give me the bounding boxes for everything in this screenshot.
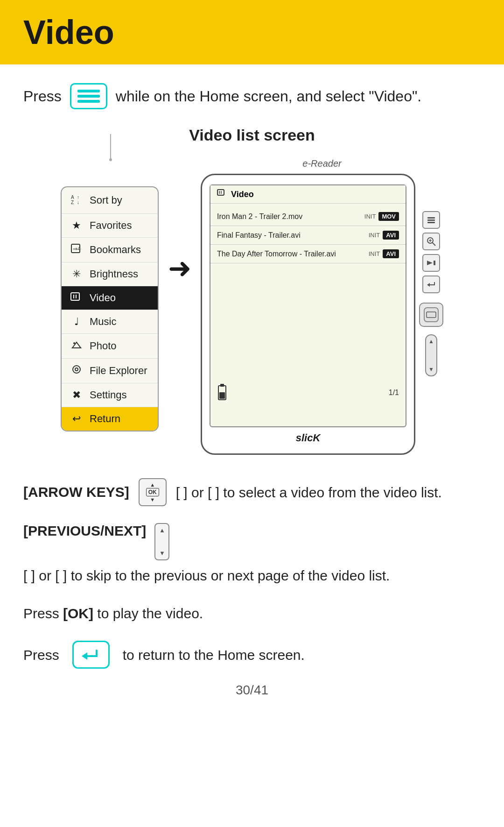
press-instruction: Press while on the Home screen, and sele…: [23, 83, 481, 109]
return-prefix: Press: [23, 644, 59, 665]
arrow-keys-text: [ ] or [ ] to select a video from the vi…: [176, 482, 442, 503]
svg-line-28: [432, 242, 435, 246]
menu-button-icon: [70, 83, 107, 109]
svg-text:↓: ↓: [77, 200, 79, 205]
return-line: Press to return to the Home screen.: [23, 641, 481, 669]
svg-text:↑: ↑: [77, 195, 79, 200]
arrow-keys-instruction: [ARROW KEYS] ▲ OK ▼ [ ] or [ ] to select…: [23, 478, 481, 506]
prev-next-instruction: [PREVIOUS/NEXT] ▲ ▼ [ ] or [ ] to skip t…: [23, 523, 481, 586]
menu-item-return: ↩ Return: [62, 407, 158, 431]
video-item-1-left: Iron Man 2 - Trailer 2.mov: [217, 212, 364, 221]
ereader-device: Video Iron Man 2 - Trailer 2.mov INIT MO: [201, 174, 415, 455]
arrow-keys-label: [ARROW KEYS]: [23, 484, 129, 500]
brightness-icon: ✳: [70, 268, 83, 280]
menu-label-bookmarks: Bookmarks: [90, 244, 141, 256]
svg-marker-36: [82, 652, 87, 660]
battery-icon: [217, 383, 227, 403]
screen-footer: 1/1: [210, 383, 406, 403]
svg-rect-24: [427, 217, 435, 219]
press-suffix: while on the Home screen, and select "Vi…: [116, 88, 421, 105]
section-label: Video list screen: [23, 126, 481, 144]
menu-item-favorites: ★ Favorites: [62, 214, 158, 238]
fileexplorer-icon: [70, 364, 83, 377]
video-item-3-right: INIT AVI: [369, 249, 399, 258]
svg-rect-0: [77, 90, 100, 92]
svg-text:⇒4: ⇒4: [73, 246, 81, 252]
svg-marker-31: [427, 261, 433, 265]
settings-icon: ✖: [70, 389, 83, 401]
return-suffix: to return to the Home screen.: [123, 644, 305, 665]
svg-rect-11: [71, 293, 79, 300]
ereader-device-wrapper: e-Reader Vid: [201, 158, 443, 455]
video-list-item: The Day After Tomorrow - Trailer.avi INI…: [210, 245, 406, 263]
side-btn-menu: [422, 211, 440, 229]
menu-item-bookmarks: ⇒4 Bookmarks: [62, 238, 158, 262]
ok-arrow-up: ▲: [150, 482, 155, 488]
music-icon: ♩: [70, 316, 83, 328]
svg-rect-23: [219, 392, 225, 399]
page-indicator: 1/1: [389, 389, 399, 397]
instructions-section: [ARROW KEYS] ▲ OK ▼ [ ] or [ ] to select…: [23, 478, 481, 624]
video-item-2-init: INIT: [369, 232, 380, 239]
menu-item-photo: Photo: [62, 334, 158, 359]
page-number: 30/41: [23, 683, 481, 698]
return-icon: ↩: [70, 413, 83, 425]
device-diagram: A Z ↑ ↓ Sort by ★ Favorites: [23, 158, 481, 455]
svg-rect-22: [220, 384, 224, 387]
menu-item-brightness: ✳ Brightness: [62, 262, 158, 286]
ok-instruction: Press [OK] to play the video.: [23, 603, 481, 624]
menu-item-settings: ✖ Settings: [62, 383, 158, 407]
ereader-label: e-Reader: [201, 158, 443, 169]
scroll-down-arrow: ▼: [428, 366, 434, 373]
side-btn-large-ok: [419, 303, 443, 327]
menu-label-favorites: Favorites: [90, 219, 132, 232]
svg-point-17: [75, 368, 78, 371]
prev-next-label: [PREVIOUS/NEXT]: [23, 523, 146, 539]
menu-label-brightness: Brightness: [90, 268, 138, 280]
svg-rect-2: [77, 100, 100, 103]
brand-name: slicK: [210, 427, 406, 446]
photo-icon: [70, 339, 83, 353]
video-item-2-left: Final Fantasy - Trailer.avi: [217, 231, 369, 240]
main-content: Press while on the Home screen, and sele…: [0, 64, 504, 716]
screen-header: Video: [210, 185, 406, 204]
menu-label-video: Video: [90, 292, 116, 304]
ereader-side-buttons: ▲ ▼: [419, 174, 443, 455]
ok-label: OK: [146, 488, 159, 496]
svg-point-16: [73, 366, 80, 373]
video-item-3-format: AVI: [383, 249, 399, 258]
video-list-item: Final Fantasy - Trailer.avi INIT AVI: [210, 226, 406, 245]
menu-label-fileexplorer: File Explorer: [90, 365, 147, 377]
video-list-item: Iron Man 2 - Trailer 2.mov INIT MOV: [210, 207, 406, 226]
svg-rect-26: [427, 222, 435, 223]
ok-key-icon: ▲ OK ▼: [139, 478, 167, 506]
video-item-3-title: The Day After Tomorrow - Trailer.avi: [217, 250, 336, 258]
video-item-3-left: The Day After Tomorrow - Trailer.avi: [217, 250, 369, 258]
screen-spacer: 1/1: [210, 267, 406, 407]
arrow-indicator: ➜: [159, 252, 201, 284]
svg-marker-33: [427, 283, 430, 287]
side-btn-zoom: [422, 233, 440, 250]
page-header: Video: [0, 0, 504, 64]
video-item-1-right: INIT MOV: [364, 212, 399, 221]
svg-rect-18: [217, 190, 224, 195]
bookmarks-icon: ⇒4: [70, 243, 83, 256]
video-item-3-init: INIT: [369, 250, 380, 257]
menu-label-sortby: Sort by: [90, 194, 122, 206]
video-item-2-title: Final Fantasy - Trailer.avi: [217, 231, 301, 240]
favorites-icon: ★: [70, 219, 83, 232]
menu-label-photo: Photo: [90, 340, 117, 352]
scroll-up-arrow: ▲: [428, 338, 434, 345]
side-btn-return: [422, 276, 440, 293]
svg-rect-32: [434, 261, 435, 265]
page-title: Video: [23, 14, 114, 51]
video-item-1-format: MOV: [378, 212, 399, 221]
side-scroll-bar: ▲ ▼: [425, 334, 437, 376]
menu-label-return: Return: [90, 413, 120, 425]
ereader-wrapper: Video Iron Man 2 - Trailer 2.mov INIT MO: [201, 174, 443, 455]
video-icon: [70, 292, 83, 304]
video-item-1-init: INIT: [364, 213, 376, 220]
press-prefix: Press: [23, 88, 62, 105]
menu-item-video: Video: [62, 286, 158, 310]
video-item-2-format: AVI: [383, 231, 399, 240]
